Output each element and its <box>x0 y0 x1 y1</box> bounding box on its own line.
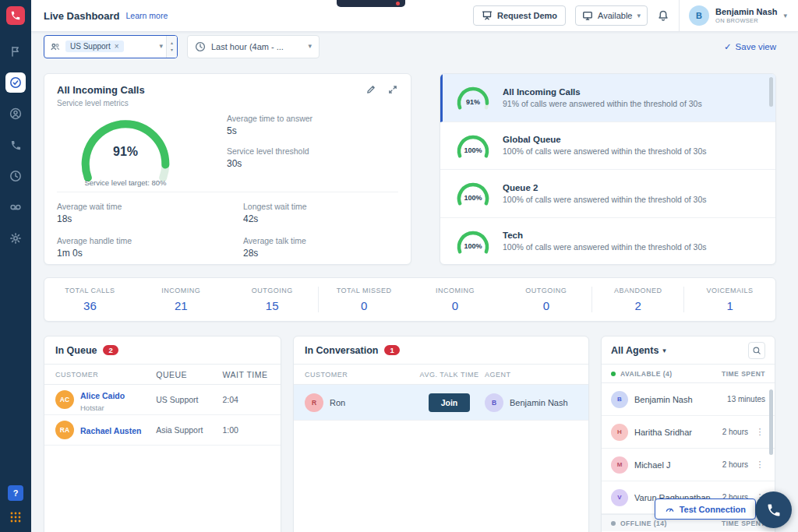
sidebar-item-dashboard-active[interactable] <box>0 67 31 98</box>
sidebar-item-settings[interactable] <box>0 223 31 254</box>
monitor-icon <box>582 10 593 21</box>
gauge-value: 91% <box>57 145 194 159</box>
metric-label: Average wait time <box>57 202 212 211</box>
expand-button[interactable] <box>387 84 398 107</box>
agent-row[interactable]: B Benjamin Nash 13 minutes <box>602 383 775 416</box>
queue-filter-chip[interactable]: US Support × <box>65 41 124 52</box>
search-agents-button[interactable] <box>748 342 765 359</box>
scrollbar[interactable] <box>769 389 773 455</box>
customer-link[interactable]: Rachael Austen <box>80 426 141 435</box>
agent-menu-button[interactable]: ⋮ <box>754 427 765 437</box>
queue-description: 100% of calls were answered within the t… <box>503 242 706 252</box>
in-conversation-panel: In Conversation 1 CUSTOMER AVG. TALK TIM… <box>293 336 589 532</box>
metric-value: 42s <box>243 213 398 224</box>
service-level-card: All Incoming Calls Service level metrics <box>44 73 411 265</box>
conversation-row[interactable]: R Ron Join B Benjamin Nash <box>294 385 588 421</box>
metric-label: Average handle time <box>57 236 212 245</box>
customer-company: Hotstar <box>80 403 125 412</box>
sidebar-nav <box>0 36 31 254</box>
top-bar: Live Dashboard Learn more Request Demo A… <box>31 0 798 32</box>
learn-more-link[interactable]: Learn more <box>126 11 168 20</box>
queue-metric-item[interactable]: 100% Global Queue 100% of calls were ans… <box>440 122 775 171</box>
column-header: CUSTOMER <box>305 371 414 379</box>
metric-label: Service level threshold <box>227 146 312 156</box>
queue-row[interactable]: RA Rachael Austen Asia Support 1:00 <box>44 415 281 446</box>
queue-metric-item[interactable]: 100% Queue 2 100% of calls were answered… <box>440 170 775 218</box>
apps-grid-icon <box>10 512 21 523</box>
metric-value: 30s <box>227 158 312 169</box>
speed-test-icon <box>665 504 675 514</box>
chevron-down-icon: ▾ <box>662 347 666 354</box>
help-button[interactable]: ? <box>8 485 23 501</box>
divider <box>679 0 680 32</box>
column-header: WAIT TIME <box>223 370 270 379</box>
main-content: All Incoming Calls Service level metrics <box>31 61 798 532</box>
phone-icon <box>766 502 782 518</box>
join-call-button[interactable]: Join <box>429 393 471 412</box>
sidebar-item-calls[interactable] <box>0 129 31 160</box>
service-level-row: All Incoming Calls Service level metrics <box>44 73 776 265</box>
metric-value: 18s <box>57 213 212 224</box>
customer-avatar: AC <box>55 390 74 409</box>
queue-description: 100% of calls were answered within the t… <box>503 146 706 156</box>
request-demo-button[interactable]: Request Demo <box>473 5 566 26</box>
remove-chip-icon[interactable]: × <box>115 42 119 51</box>
queue-row[interactable]: AC Alice Caido Hotstar US Support 2:04 <box>44 385 281 415</box>
svg-text:100%: 100% <box>464 146 482 154</box>
notifications-button[interactable] <box>657 9 669 22</box>
queue-name: Queue 2 <box>503 183 706 192</box>
dialer-fab[interactable] <box>755 491 792 528</box>
agents-filter-dropdown[interactable]: All Agents <box>611 345 659 356</box>
bell-icon <box>657 9 669 22</box>
filter-stepper[interactable]: ▴ ▾ <box>166 36 177 58</box>
service-level-target: Service level target: 80% <box>84 178 166 187</box>
save-view-button[interactable]: ✓ Save view <box>724 41 776 52</box>
count-badge: 2 <box>103 345 118 355</box>
test-connection-button[interactable]: Test Connection <box>655 499 756 520</box>
queues-icon <box>50 41 61 52</box>
filter-bar: US Support × ▾ ▴ ▾ Last hour (4am - ... … <box>31 32 798 61</box>
queue-name: Global Queue <box>503 135 706 144</box>
page-title: Live Dashboard <box>44 10 120 22</box>
agent-avatar: H <box>611 424 628 441</box>
presentation-icon <box>482 10 493 21</box>
sidebar-item-metrics[interactable] <box>0 160 31 192</box>
gear-icon <box>9 232 22 245</box>
phone-calls-icon <box>10 139 22 151</box>
agent-row[interactable]: M Michael J 2 hours ⋮ <box>602 449 775 481</box>
queue-description: 100% of calls were answered within the t… <box>503 195 706 204</box>
svg-text:100%: 100% <box>464 242 482 250</box>
edit-button[interactable] <box>365 84 376 107</box>
customer-link[interactable]: Alice Caido <box>80 391 125 400</box>
queue-metric-item[interactable]: 91% All Incoming Calls 91% of calls were… <box>440 74 775 122</box>
stat-total-missed: TOTAL MISSED 0 <box>318 287 410 312</box>
app-logo[interactable] <box>6 6 25 25</box>
agent-row[interactable]: H Haritha Sridhar 2 hours ⋮ <box>602 416 775 449</box>
agent-avatar: B <box>485 393 503 412</box>
time-range-select[interactable]: Last hour (4am - ... ▾ <box>187 35 320 58</box>
stepper-up-icon[interactable]: ▴ <box>171 40 173 46</box>
chevron-down-icon: ▾ <box>159 43 163 50</box>
available-status-dot <box>611 372 616 376</box>
sidebar-item-voicemail[interactable] <box>0 192 31 223</box>
user-menu[interactable]: B Benjamin Nash ON BROWSER ▾ <box>689 5 790 26</box>
availability-select[interactable]: Available ▾ <box>575 5 648 26</box>
stepper-down-icon[interactable]: ▾ <box>171 47 173 53</box>
time-spent-header: TIME SPENT <box>722 370 765 378</box>
service-level-gauge: 91% Service level target: 80% <box>57 114 194 187</box>
availability-value: Available <box>598 11 632 20</box>
apps-grid-button[interactable] <box>10 512 21 523</box>
agent-menu-button[interactable]: ⋮ <box>754 460 765 470</box>
time-range-value: Last hour (4am - ... <box>211 42 284 51</box>
queue-filter-select[interactable]: US Support × ▾ ▴ ▾ <box>44 35 178 58</box>
queue-metric-item[interactable]: 100% Tech 100% of calls were answered wi… <box>440 218 775 266</box>
agent-name: Benjamin Nash <box>510 398 568 407</box>
wait-time-cell: 1:00 <box>223 425 270 435</box>
user-status: ON BROWSER <box>715 17 777 24</box>
sidebar-item-contacts[interactable] <box>0 98 31 129</box>
sidebar-item-campaigns[interactable] <box>0 36 31 67</box>
scrollbar[interactable] <box>769 77 773 107</box>
expand-icon <box>387 84 398 95</box>
svg-text:100%: 100% <box>464 194 482 202</box>
card-subtitle: Service level metrics <box>57 99 145 107</box>
